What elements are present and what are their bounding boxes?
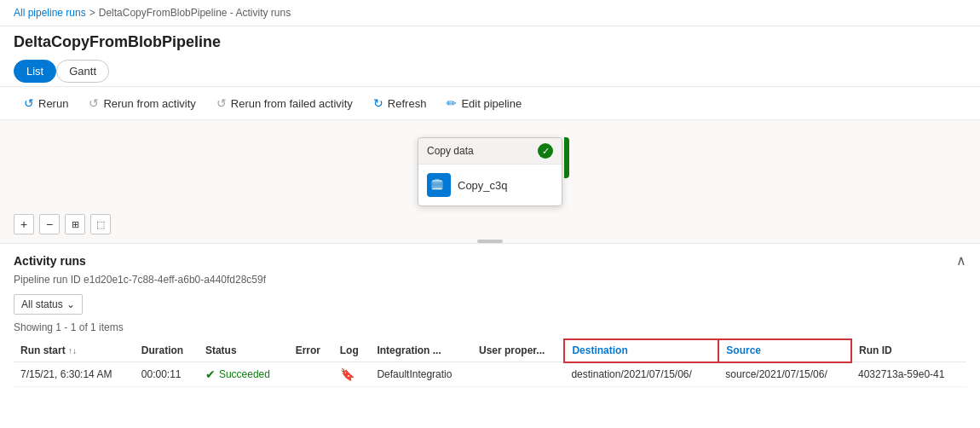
edit-icon: ✏ bbox=[447, 96, 457, 110]
activity-success-icon: ✓ bbox=[538, 143, 553, 159]
page-title: DeltaCopyFromBlobPipeline bbox=[0, 26, 980, 56]
edit-pipeline-button[interactable]: ✏ Edit pipeline bbox=[436, 92, 532, 114]
tab-bar: List Gantt bbox=[0, 56, 980, 86]
activity-name: Copy_c3q bbox=[458, 179, 508, 192]
cell-user-properties bbox=[472, 362, 564, 387]
col-source: Source bbox=[718, 339, 851, 362]
col-error: Error bbox=[289, 339, 333, 362]
activity-card-header: Copy data ✓ bbox=[418, 138, 562, 165]
rerun-from-activity-button[interactable]: ↺ Rerun from activity bbox=[78, 92, 205, 114]
cell-integration: DefaultIntegratio bbox=[370, 362, 472, 387]
sort-icon[interactable]: ↑↓ bbox=[68, 346, 77, 356]
resize-handle[interactable] bbox=[477, 240, 503, 243]
cell-run-id: 4032713a-59e0-41 bbox=[851, 362, 966, 387]
cell-run-start: 7/15/21, 6:30:14 AM bbox=[14, 362, 135, 387]
rerun-button[interactable]: ↺ Rerun bbox=[14, 92, 78, 114]
breadcrumb-current: DeltaCopyFromBlobPipeline - Activity run… bbox=[99, 7, 291, 19]
col-run-start: Run start ↑↓ bbox=[14, 339, 135, 362]
col-destination: Destination bbox=[564, 339, 718, 362]
section-header: Activity runs ∧ bbox=[14, 244, 966, 272]
cell-status: ✔ Succeeded bbox=[199, 362, 289, 387]
refresh-label: Refresh bbox=[388, 97, 427, 110]
status-filter[interactable]: All status ⌄ bbox=[14, 294, 83, 315]
rerun-from-activity-label: Rerun from activity bbox=[103, 97, 195, 110]
chevron-down-icon: ⌄ bbox=[66, 298, 75, 310]
section-title: Activity runs bbox=[14, 254, 86, 268]
col-status: Status bbox=[199, 339, 289, 362]
breadcrumb-link[interactable]: All pipeline runs bbox=[14, 7, 86, 19]
col-duration: Duration bbox=[135, 339, 199, 362]
rerun-icon: ↺ bbox=[24, 96, 34, 110]
collapse-button[interactable]: ∧ bbox=[956, 252, 966, 269]
canvas-area: Copy data ✓ Copy_c3q + − ⊞ ⬚ bbox=[0, 120, 980, 244]
rerun-from-failed-button[interactable]: ↺ Rerun from failed activity bbox=[206, 92, 363, 114]
status-filter-label: All status bbox=[21, 298, 63, 310]
pipeline-run-id-label: Pipeline run ID bbox=[14, 274, 81, 286]
col-user-properties: User proper... bbox=[472, 339, 564, 362]
zoom-in-button[interactable]: + bbox=[14, 214, 34, 234]
zoom-select-button[interactable]: ⬚ bbox=[90, 214, 111, 234]
table-header-row: Run start ↑↓ Duration Status Error Log I… bbox=[14, 339, 966, 362]
status-indicator: ✔ Succeeded bbox=[205, 367, 282, 381]
zoom-controls: + − ⊞ ⬚ bbox=[14, 214, 111, 234]
zoom-fit-button[interactable]: ⊞ bbox=[65, 214, 85, 234]
cell-log[interactable]: 🔖 bbox=[333, 362, 371, 387]
col-log: Log bbox=[333, 339, 371, 362]
filter-bar: All status ⌄ bbox=[14, 291, 966, 318]
toolbar: ↺ Rerun ↺ Rerun from activity ↺ Rerun fr… bbox=[0, 86, 980, 120]
tab-list[interactable]: List bbox=[14, 60, 56, 83]
col-integration: Integration ... bbox=[370, 339, 472, 362]
bookmark-icon[interactable]: 🔖 bbox=[340, 367, 355, 381]
status-label: Succeeded bbox=[219, 368, 270, 380]
table-row: 7/15/21, 6:30:14 AM 00:00:11 ✔ Succeeded… bbox=[14, 362, 966, 387]
activity-card[interactable]: Copy data ✓ Copy_c3q bbox=[418, 137, 562, 206]
activity-type-icon bbox=[427, 173, 451, 197]
rerun-failed-icon: ↺ bbox=[216, 96, 227, 110]
breadcrumb-separator: > bbox=[89, 7, 95, 19]
svg-rect-5 bbox=[432, 182, 442, 187]
activity-runs-section: Activity runs ∧ Pipeline run ID e1d20e1c… bbox=[0, 244, 980, 387]
cell-duration: 00:00:11 bbox=[135, 362, 199, 387]
cell-error bbox=[289, 362, 333, 387]
col-run-id: Run ID bbox=[851, 339, 966, 362]
pipeline-run-id: Pipeline run ID e1d20e1c-7c88-4eff-a6b0-… bbox=[14, 272, 966, 291]
showing-count: Showing 1 - 1 of 1 items bbox=[14, 318, 966, 338]
activity-runs-table: Run start ↑↓ Duration Status Error Log I… bbox=[14, 338, 966, 387]
refresh-button[interactable]: ↻ Refresh bbox=[363, 92, 437, 114]
breadcrumb: All pipeline runs > DeltaCopyFromBlobPip… bbox=[0, 0, 980, 26]
cell-destination: destination/2021/07/15/06/ bbox=[564, 362, 718, 387]
edit-pipeline-label: Edit pipeline bbox=[461, 97, 522, 110]
pipeline-run-id-value: e1d20e1c-7c88-4eff-a6b0-a440fd28c59f bbox=[84, 274, 266, 286]
tab-gantt[interactable]: Gantt bbox=[56, 60, 109, 83]
refresh-icon: ↻ bbox=[373, 96, 383, 110]
cell-source: source/2021/07/15/06/ bbox=[718, 362, 851, 387]
zoom-out-button[interactable]: − bbox=[39, 214, 60, 234]
activity-card-title: Copy data bbox=[427, 145, 474, 157]
success-icon: ✔ bbox=[205, 367, 216, 381]
activity-success-bar bbox=[564, 137, 569, 178]
rerun-from-failed-label: Rerun from failed activity bbox=[231, 97, 353, 110]
activity-card-body: Copy_c3q bbox=[418, 165, 562, 205]
rerun-activity-icon: ↺ bbox=[89, 96, 99, 110]
rerun-label: Rerun bbox=[38, 97, 68, 110]
